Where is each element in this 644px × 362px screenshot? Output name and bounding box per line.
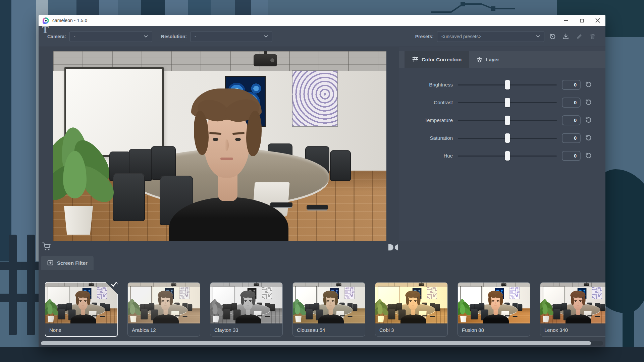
window-title: cameleon - 1.5.0 xyxy=(52,18,87,23)
chevron-down-icon xyxy=(144,35,148,38)
person-eye xyxy=(235,138,241,141)
slider-handle[interactable] xyxy=(505,80,510,89)
filter-card-clouseau-54[interactable]: Clouseau 54 xyxy=(292,282,365,337)
tab-color-correction[interactable]: Color Correction xyxy=(405,51,469,68)
scene-chair-base xyxy=(430,316,435,317)
minimize-icon xyxy=(564,20,568,21)
filter-scrollbar-thumb[interactable] xyxy=(41,341,591,345)
tab-layer[interactable]: Layer xyxy=(469,51,506,68)
scene-plant-pot xyxy=(62,206,95,235)
person-mouth xyxy=(247,306,249,306)
contrast-reset-button[interactable] xyxy=(585,99,593,107)
window-titlebar: cameleon - 1.5.0 xyxy=(39,15,605,26)
save-preset-button[interactable] xyxy=(560,31,571,42)
saturation-reset-button[interactable] xyxy=(585,134,593,142)
filter-card-clayton-33[interactable]: Clayton 33 xyxy=(210,282,283,337)
screen-filter-tab[interactable]: Screen Filter xyxy=(41,256,94,270)
brightness-reset-button[interactable] xyxy=(585,81,593,89)
scene-plant-leaf xyxy=(542,304,547,315)
reset-icon xyxy=(585,134,592,141)
person-mouth xyxy=(164,306,167,306)
filter-label: Arabica 12 xyxy=(128,323,200,336)
maximize-button[interactable] xyxy=(574,15,590,26)
minimize-button[interactable] xyxy=(558,15,574,26)
scene-plant-pot xyxy=(47,316,54,322)
scene-projector xyxy=(584,283,589,286)
scene-chair-base xyxy=(270,202,292,207)
reset-icon xyxy=(585,116,592,124)
person-nose xyxy=(83,302,84,304)
scene-chair-base xyxy=(183,316,187,317)
slider-handle[interactable] xyxy=(505,116,510,125)
resolution-label: Resolution: xyxy=(161,34,187,39)
person-eye xyxy=(213,138,218,141)
scene-artwork-spiral xyxy=(262,287,272,299)
scene-office-chair xyxy=(105,304,110,311)
person-nose xyxy=(248,302,249,304)
person-eye xyxy=(162,301,164,302)
filter-card-cobi-3[interactable]: Cobi 3 xyxy=(375,282,448,337)
screen-filter-icon xyxy=(47,259,54,266)
person-nose xyxy=(330,302,331,304)
person-eye xyxy=(167,301,169,302)
filter-thumbnail xyxy=(458,283,530,323)
hue-slider[interactable] xyxy=(458,151,557,161)
scene-projector xyxy=(336,283,341,286)
text-tool-button[interactable]: T xyxy=(40,24,51,36)
resolution-select[interactable]: - xyxy=(190,31,272,42)
scene-projector xyxy=(254,54,277,66)
slider-label: Temperature xyxy=(402,117,453,123)
close-button[interactable] xyxy=(590,15,605,26)
layers-icon xyxy=(476,56,483,63)
presets-select[interactable]: <unsaved presets> xyxy=(437,31,544,42)
temperature-value-field[interactable]: 0 xyxy=(562,115,581,125)
scene-plant-pot xyxy=(130,316,137,322)
temperature-reset-button[interactable] xyxy=(585,116,593,124)
saturation-slider-row: Saturation 0 xyxy=(399,129,605,147)
scene-artwork-spiral xyxy=(344,287,355,299)
person-nose xyxy=(225,139,229,151)
camera-select[interactable]: - xyxy=(69,31,152,42)
scene-projector xyxy=(89,283,94,286)
restore-preset-button[interactable] xyxy=(547,31,558,42)
filter-card-fusion-88[interactable]: Fusion 88 xyxy=(458,282,530,337)
person-eye xyxy=(245,301,246,302)
cart-button[interactable] xyxy=(42,242,52,251)
filter-thumbnail xyxy=(375,283,447,323)
hue-value-field[interactable]: 0 xyxy=(562,151,581,161)
saturation-value-field[interactable]: 0 xyxy=(562,133,581,143)
slider-handle[interactable] xyxy=(505,151,510,161)
person-nose xyxy=(578,302,579,304)
sliders-icon xyxy=(412,56,419,63)
reset-icon xyxy=(585,99,592,106)
brightness-slider[interactable] xyxy=(458,80,557,89)
saturation-slider[interactable] xyxy=(458,133,557,143)
filter-card-arabica-12[interactable]: Arabica 12 xyxy=(127,282,200,337)
filter-thumbnail xyxy=(293,283,365,323)
delete-preset-button[interactable] xyxy=(587,31,598,42)
person-eye xyxy=(580,301,581,302)
flip-camera-button[interactable] xyxy=(387,243,399,251)
filter-scrollbar-track[interactable] xyxy=(41,341,603,346)
slider-handle[interactable] xyxy=(505,98,510,107)
filter-thumbnail xyxy=(210,283,282,323)
close-icon xyxy=(595,18,600,23)
hue-reset-button[interactable] xyxy=(585,152,593,160)
scene-office-chair xyxy=(141,309,148,319)
scene-chair-base xyxy=(513,316,518,317)
filter-label: Clouseau 54 xyxy=(293,323,365,336)
scene-office-chair xyxy=(113,173,145,221)
temperature-slider[interactable] xyxy=(458,116,557,125)
filter-strip: None xyxy=(45,282,605,337)
edit-preset-button[interactable] xyxy=(574,31,585,42)
contrast-value-field[interactable]: 0 xyxy=(562,98,581,108)
scene-chair-base xyxy=(348,316,353,317)
brightness-value-field[interactable]: 0 xyxy=(562,80,581,90)
contrast-slider-row: Contrast 0 xyxy=(399,94,605,111)
filter-card-lenox-340[interactable]: Lenox 340 xyxy=(540,282,605,337)
scene-office-chair xyxy=(151,146,176,180)
filter-card-none[interactable]: None xyxy=(45,282,118,337)
slider-handle[interactable] xyxy=(505,133,510,143)
contrast-slider[interactable] xyxy=(458,98,557,107)
scene-office-chair xyxy=(353,304,357,311)
